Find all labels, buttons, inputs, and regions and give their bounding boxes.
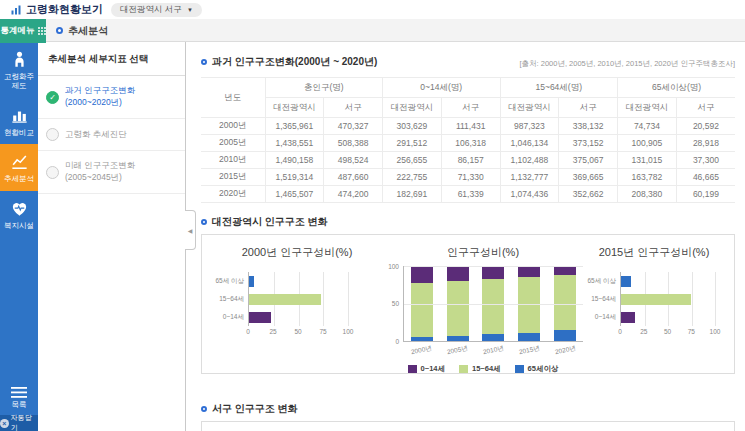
y-tick-label: 0 — [395, 338, 399, 345]
table-cell-value: 1,519,314 — [265, 169, 324, 186]
hbar-track — [620, 272, 715, 326]
hamburger-icon — [11, 387, 27, 398]
table-header-year: 년도 — [201, 78, 265, 118]
x-axis-ticks: 2000년2005년2010년2015년2020년 — [403, 346, 583, 355]
table-cell-value: 369,665 — [559, 169, 618, 186]
table-cell-value: 163,782 — [618, 169, 677, 186]
table-sub-header: 대전광역시 — [500, 98, 559, 118]
stacked-plot: 100500 — [383, 266, 583, 342]
panel-title: 추세분석 세부지표 선택 — [38, 42, 185, 76]
table-cell-value: 1,132,777 — [500, 169, 559, 186]
table-cell-value: 1,365,961 — [265, 118, 324, 135]
legend-swatch — [515, 365, 524, 373]
bar-65세 이상 — [249, 276, 254, 287]
data-source-note: [출처: 2000년, 2005년, 2010년, 2015년, 2020년 인… — [519, 59, 735, 69]
segment-0~14세 — [411, 266, 433, 283]
sidebar-list-button[interactable]: 목록 — [0, 381, 38, 415]
section3-title-text: 서구 인구구조 변화 — [212, 402, 298, 416]
table-sub-header: 대전광역시 — [383, 98, 442, 118]
x-tick-label: 2010년 — [482, 344, 504, 357]
panel-option-3[interactable]: 미래 인구구조변화(2005~2045년) — [38, 151, 185, 194]
table-cell-value: 74,734 — [618, 118, 677, 135]
chevron-left-icon: ◀ — [188, 227, 193, 234]
gridline — [404, 266, 583, 267]
region-dropdown-value: 대전광역시 서구 — [120, 4, 182, 16]
bar-15~64세 — [249, 294, 321, 305]
section-title-daejeon-change: 대전광역시 인구구조 변화 — [201, 215, 735, 229]
radio-icon — [46, 128, 59, 141]
table-cell-value: 46,665 — [676, 169, 735, 186]
table-row: 2000년1,365,961470,327303,629111,431987,3… — [201, 118, 735, 135]
bar-0~14세 — [249, 312, 271, 323]
chart-legend: 0~14세15~64세65세이상 — [383, 364, 583, 374]
chart-2000-composition: 2000년 인구구성비(%)65세 이상15~64세0~14세025507510… — [212, 241, 382, 367]
table-cell-value: 498,524 — [324, 152, 383, 169]
sidebar-item-trend[interactable]: 추세분석 — [0, 144, 38, 190]
auto-close-label: 자동닫기 — [11, 413, 38, 431]
legend-item: 15~64세 — [459, 364, 501, 374]
grid-icon — [38, 27, 46, 35]
legend-label: 65세이상 — [528, 364, 559, 374]
hbar-category-label: 0~14세 — [212, 308, 248, 326]
table-cell-value: 338,132 — [559, 118, 618, 135]
table-cell-value: 487,660 — [324, 169, 383, 186]
stats-menu-button[interactable]: 통계메뉴 — [0, 19, 46, 43]
segment-65세이상 — [411, 337, 433, 341]
line-chart-icon — [10, 152, 29, 171]
sidebar-item-label: 추세분석 — [4, 174, 34, 183]
table-cell-value: 474,200 — [324, 186, 383, 203]
table-cell-value: 182,691 — [383, 186, 442, 203]
legend-label: 15~64세 — [472, 364, 501, 374]
table-cell-year: 2015년 — [201, 169, 265, 186]
heart-pulse-icon — [10, 199, 29, 218]
sidebar-item-compare[interactable]: 현황비교 — [0, 98, 38, 144]
panel-option-label: 고령화 추세진단 — [65, 129, 127, 141]
table-cell-value: 256,655 — [383, 152, 442, 169]
table-cell-value: 86,157 — [441, 152, 500, 169]
table-cell-value: 100,905 — [618, 135, 677, 152]
breadcrumb-label: 추세분석 — [68, 24, 108, 38]
table-cell-year: 2005년 — [201, 135, 265, 152]
breadcrumb: 추세분석 — [56, 19, 108, 42]
panel-option-label: 과거 인구구조변화(2000~2020년) — [65, 85, 177, 109]
table-cell-value: 28,918 — [676, 135, 735, 152]
table-cell-value: 106,318 — [441, 135, 500, 152]
segment-15~64세 — [482, 279, 504, 335]
panel-collapse-handle[interactable]: ◀ — [185, 210, 196, 250]
sidebar-spacer — [0, 237, 38, 381]
panel-option-2[interactable]: 고령화 추세진단 — [38, 119, 185, 151]
table-cell-value: 291,512 — [383, 135, 442, 152]
table-col-group: 65세이상(명) — [618, 78, 736, 98]
sidebar-item-theme-map[interactable]: 고령화주제도 — [0, 42, 38, 98]
app-title: 고령화현황보기 — [26, 2, 103, 17]
x-tick-label: 100 — [710, 328, 721, 335]
table-row: 2020년1,465,507474,200182,69161,3391,074,… — [201, 186, 735, 203]
table-row: 2005년1,438,551508,388291,512106,3181,046… — [201, 135, 735, 152]
panel-option-1[interactable]: ✓과거 인구구조변화(2000~2020년) — [38, 76, 185, 119]
table-cell-value: 222,755 — [383, 169, 442, 186]
table-cell-value: 375,067 — [559, 152, 618, 169]
bullet-icon — [201, 406, 207, 412]
gridline — [323, 272, 324, 326]
bar-65세 이상 — [621, 276, 631, 287]
table-cell-value: 1,438,551 — [265, 135, 324, 152]
section1-header: 과거 인구구조변화(2000년 ~ 2020년) [출처: 2000년, 200… — [201, 55, 735, 69]
table-cell-value: 37,300 — [676, 152, 735, 169]
segment-0~14세 — [482, 266, 504, 279]
table-cell-value: 1,490,158 — [265, 152, 324, 169]
close-circle-icon: × — [0, 419, 9, 428]
chevron-down-icon: ▼ — [187, 7, 193, 13]
x-tick-label: 2020년 — [554, 344, 576, 357]
table-row: 2010년1,490,158498,524256,65586,1571,102,… — [201, 152, 735, 169]
sidebar-item-welfare[interactable]: 복지시설 — [0, 191, 38, 237]
gridline — [692, 272, 693, 326]
table-cell-value: 1,046,134 — [500, 135, 559, 152]
elderly-person-icon — [10, 50, 29, 69]
x-tick-label: 50 — [294, 328, 301, 335]
table-sub-header: 서구 — [559, 98, 618, 118]
segment-0~14세 — [447, 266, 469, 281]
x-tick-label: 2005년 — [446, 344, 468, 357]
region-dropdown[interactable]: 대전광역시 서구 ▼ — [111, 3, 202, 17]
auto-close-button[interactable]: × 자동닫기 — [0, 415, 38, 431]
hbar-category-label: 15~64세 — [584, 290, 620, 308]
